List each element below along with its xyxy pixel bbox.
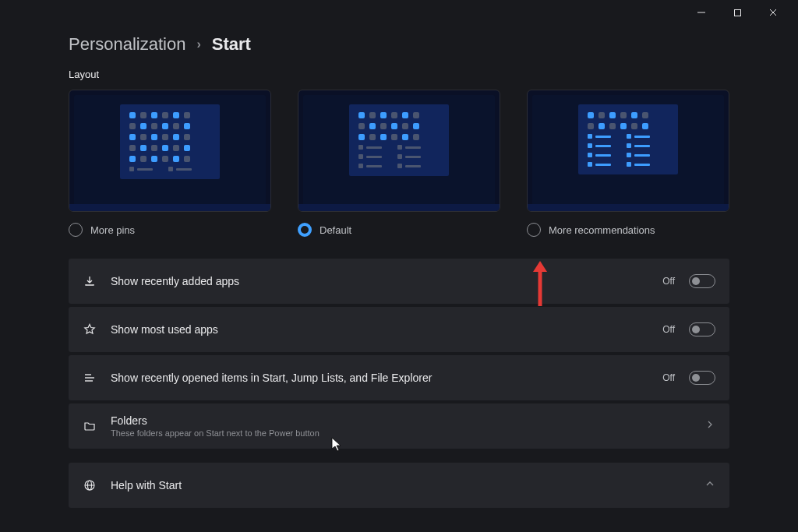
download-icon — [83, 274, 97, 288]
toggle-recently-opened[interactable] — [689, 371, 715, 385]
layout-card-more-pins[interactable]: More pins — [69, 90, 271, 237]
svg-rect-1 — [734, 9, 740, 16]
chevron-right-icon: › — [196, 37, 200, 51]
list-icon — [83, 371, 97, 385]
close-button[interactable] — [762, 2, 784, 23]
row-folders[interactable]: Folders These folders appear on Start ne… — [69, 403, 729, 449]
layout-card-default[interactable]: Default — [298, 90, 500, 237]
chevron-right-icon — [704, 419, 715, 433]
radio-label-default: Default — [320, 224, 351, 236]
row-title: Folders — [111, 414, 320, 427]
layout-card-more-recs[interactable]: More recommendations — [527, 90, 729, 237]
radio-default[interactable] — [298, 223, 312, 237]
breadcrumb-parent[interactable]: Personalization — [69, 34, 185, 55]
star-icon — [83, 322, 97, 336]
row-recently-added[interactable]: Show recently added apps Off — [69, 259, 729, 304]
folder-icon — [83, 419, 97, 433]
toggle-recently-added[interactable] — [689, 274, 715, 288]
radio-label-more-recs: More recommendations — [549, 224, 655, 236]
row-title: Show recently opened items in Start, Jum… — [111, 372, 432, 384]
maximize-button[interactable] — [726, 2, 748, 23]
row-subtitle: These folders appear on Start next to th… — [111, 428, 320, 438]
row-help[interactable]: Help with Start — [69, 463, 729, 508]
breadcrumb-current: Start — [212, 34, 251, 55]
section-layout-label: Layout — [69, 69, 729, 80]
row-recently-opened[interactable]: Show recently opened items in Start, Jum… — [69, 355, 729, 400]
row-title: Help with Start — [111, 479, 182, 491]
minimize-button[interactable] — [690, 2, 712, 23]
window-controls — [690, 0, 798, 25]
radio-more-pins[interactable] — [69, 223, 83, 237]
breadcrumb: Personalization › Start — [69, 34, 729, 55]
layout-options: More pins Default — [69, 90, 729, 237]
row-most-used[interactable]: Show most used apps Off — [69, 307, 729, 352]
toggle-state: Off — [662, 372, 675, 383]
toggle-state: Off — [662, 324, 675, 335]
globe-icon — [83, 478, 97, 492]
chevron-up-icon — [704, 478, 715, 492]
toggle-most-used[interactable] — [689, 322, 715, 336]
radio-more-recs[interactable] — [527, 223, 541, 237]
row-title: Show most used apps — [111, 323, 218, 336]
radio-label-more-pins: More pins — [90, 224, 135, 236]
toggle-state: Off — [662, 276, 675, 287]
row-title: Show recently added apps — [111, 275, 239, 287]
